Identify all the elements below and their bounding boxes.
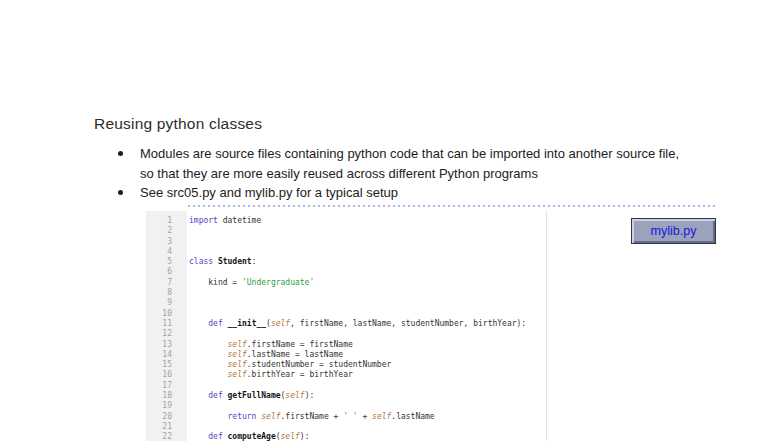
line-number: 22 [146, 432, 172, 441]
mylib-label-text: mylib.py [651, 224, 697, 238]
line-number: 16 [146, 370, 172, 380]
line-number: 15 [146, 360, 172, 370]
code-screenshot: 12345678910111213141516171819202122 impo… [146, 211, 547, 441]
code-lines: import datetime class Student: kind = 'U… [187, 211, 546, 441]
page-title: Reusing python classes [94, 115, 262, 133]
code-line: self.birthYear = birthYear [189, 370, 546, 380]
code-line [189, 422, 546, 432]
code-line [189, 237, 546, 247]
code-gutter: 12345678910111213141516171819202122 [146, 211, 187, 441]
code-line: import datetime [189, 216, 546, 226]
bullet-item: See src05.py and mylib.py for a typical … [112, 183, 692, 203]
line-number: 18 [146, 391, 172, 401]
code-line [189, 247, 546, 257]
code-line: class Student: [189, 257, 546, 267]
code-line: def __init__(self, firstName, lastName, … [189, 319, 546, 329]
line-number: 4 [146, 247, 172, 257]
line-number: 7 [146, 278, 172, 288]
line-number: 2 [146, 226, 172, 236]
line-number: 13 [146, 340, 172, 350]
line-number: 1 [146, 216, 172, 226]
bullet-item: Modules are source files containing pyth… [112, 144, 692, 183]
line-number: 14 [146, 350, 172, 360]
code-line: return self.firstName + ' ' + self.lastN… [189, 412, 546, 422]
line-number: 20 [146, 412, 172, 422]
line-number: 19 [146, 401, 172, 411]
line-number: 5 [146, 257, 172, 267]
code-line [189, 288, 546, 298]
bullet-text: See src05.py and mylib.py for a typical … [140, 183, 398, 203]
code-line [189, 267, 546, 277]
line-number: 6 [146, 267, 172, 277]
bullet-text: Modules are source files containing pyth… [140, 144, 692, 183]
line-number: 3 [146, 237, 172, 247]
code-line: def getFullName(self): [189, 391, 546, 401]
line-number: 9 [146, 298, 172, 308]
code-line [189, 298, 546, 308]
line-number: 12 [146, 329, 172, 339]
mylib-label-box: mylib.py [631, 218, 716, 244]
code-line: self.firstName = firstName [189, 340, 546, 350]
code-line [189, 401, 546, 411]
code-line [189, 381, 546, 391]
bullet-list: Modules are source files containing pyth… [112, 144, 692, 203]
line-number: 10 [146, 309, 172, 319]
bullet-dot-icon [112, 183, 140, 203]
code-line [189, 226, 546, 236]
bullet-dot-icon [112, 144, 140, 183]
code-line: kind = 'Undergraduate' [189, 278, 546, 288]
line-number: 21 [146, 422, 172, 432]
line-number: 8 [146, 288, 172, 298]
code-line: self.studentNumber = studentNumber [189, 360, 546, 370]
code-line [189, 329, 546, 339]
line-number: 17 [146, 381, 172, 391]
line-number: 11 [146, 319, 172, 329]
code-line [189, 309, 546, 319]
code-line: def computeAge(self): [189, 432, 546, 441]
code-line: self.lastName = lastName [189, 350, 546, 360]
dashed-divider [188, 205, 716, 207]
